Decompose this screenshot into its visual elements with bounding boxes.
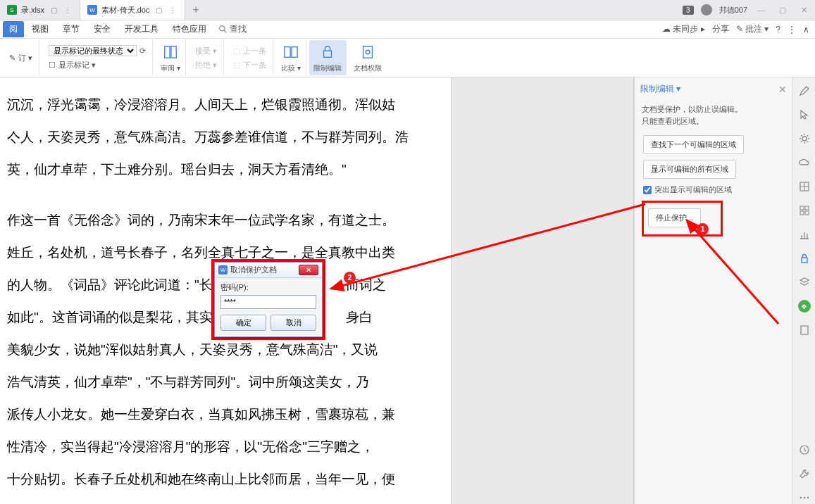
comment-button[interactable]: ✎ 批注 ▾ <box>736 23 769 35</box>
ok-button[interactable]: 确定 <box>220 315 266 331</box>
panel-title: 限制编辑 ▾ <box>640 83 680 95</box>
help-icon[interactable]: ? <box>776 25 780 34</box>
find-next-editable-button[interactable]: 查找下一个可编辑的区域 <box>643 135 744 154</box>
highlight-editable-checkbox[interactable]: 突出显示可编辑的区域 <box>640 184 787 195</box>
lock-icon[interactable] <box>798 252 811 265</box>
more-dots-icon[interactable] <box>798 491 811 504</box>
gray-gutter <box>451 77 634 504</box>
dialog-close-button[interactable]: ✕ <box>299 265 318 275</box>
cancel-button[interactable]: 取消 <box>270 315 316 331</box>
green-badge-icon[interactable]: ❖ <box>798 300 811 313</box>
close-icon[interactable]: ✕ <box>797 4 811 15</box>
stop-protect-highlight-box: 停止保护... <box>642 201 723 237</box>
doc-line: 美貌少女，说她"浑似姑射真人，天姿灵秀，意气殊高洁"，又说 <box>7 336 444 363</box>
menu-view[interactable]: 视图 <box>25 21 55 37</box>
doc-line: 浩气清英，仙才卓荦"，"不与群芳同列"。词中所颂这美女，乃 <box>7 369 444 396</box>
menu-search[interactable]: 查找 <box>218 23 247 35</box>
menu-right: ☁ 未同步 ▸ 分享 ✎ 批注 ▾ ? ⋮ ∧ <box>662 23 809 35</box>
xlsx-icon: S <box>7 5 17 15</box>
reject-button[interactable]: 拒绝 ▾ <box>192 59 220 71</box>
tab-xlsx[interactable]: S 录.xlsx ▢ ⋮ <box>0 0 80 20</box>
menu-chapter[interactable]: 章节 <box>56 21 86 37</box>
stop-protect-button[interactable]: 停止保护... <box>648 208 701 227</box>
share-button[interactable]: 分享 <box>712 23 729 35</box>
avatar[interactable] <box>701 4 712 15</box>
svg-point-9 <box>802 137 807 141</box>
tab-dup-icon[interactable]: ▢ <box>49 5 58 15</box>
show-markup-button[interactable]: ☐ 显示标记 ▾ <box>46 59 149 71</box>
svg-point-22 <box>807 497 809 499</box>
doc-line: 十分贴切。长春子丘处机和她在终南山上比邻而居，当年一见，便 <box>7 466 444 493</box>
review-button-label[interactable]: 审阅 ▾ <box>161 63 180 73</box>
menu-devtools[interactable]: 开发工具 <box>118 21 165 37</box>
svg-line-1 <box>224 30 226 32</box>
tab-close-icon[interactable]: ⋮ <box>168 5 178 15</box>
grid-icon[interactable] <box>798 180 811 193</box>
svg-rect-3 <box>171 46 176 58</box>
menu-bar: 阅 视图 章节 安全 开发工具 特色应用 查找 ☁ 未同步 ▸ 分享 ✎ 批注 … <box>0 20 815 39</box>
new-tab-button[interactable]: + <box>185 4 206 16</box>
chart-icon[interactable] <box>798 228 811 241</box>
svg-point-21 <box>803 497 805 499</box>
menu-safety[interactable]: 安全 <box>87 21 117 37</box>
compare-label[interactable]: 比较 ▾ <box>281 63 301 73</box>
markup-state-select[interactable]: 显示标记的最终状态 ⟳ <box>46 44 149 57</box>
dialog-titlebar[interactable]: W 取消保护文档 ✕ <box>215 263 322 278</box>
review-pane-icon[interactable] <box>160 42 181 62</box>
revise-button[interactable]: ✎订 ▾ <box>6 52 35 64</box>
svg-point-0 <box>220 26 225 31</box>
compare-icon[interactable] <box>280 42 301 62</box>
doc-perm-label[interactable]: 文档权限 <box>354 63 382 73</box>
svg-rect-16 <box>805 211 809 215</box>
accept-button[interactable]: 接受 ▾ <box>192 45 220 57</box>
cursor-icon[interactable] <box>798 108 811 121</box>
annotation-callout-2: 2 <box>344 272 356 284</box>
restrict-edit-panel: 限制编辑 ▾ ✕ 文档受保护，以防止误编辑。 只能查看此区域。 查找下一个可编辑… <box>634 77 792 504</box>
panel-close-icon[interactable]: ✕ <box>778 84 787 95</box>
pencil-icon[interactable] <box>798 84 811 97</box>
notification-badge[interactable]: 3 <box>683 6 694 15</box>
highlight-checkbox-input[interactable] <box>643 186 652 194</box>
apps-icon[interactable] <box>798 204 811 217</box>
sync-button[interactable]: ☁ 未同步 ▸ <box>662 23 705 35</box>
annotation-callout-1: 1 <box>697 223 709 235</box>
doc-line: 这首词来。 <box>7 498 444 504</box>
dialog-button-row: 确定 取消 <box>220 315 316 331</box>
ribbon-group-review: 审阅 ▾ <box>156 40 186 75</box>
ribbon-group-revise: ✎订 ▾ <box>3 40 39 75</box>
doc-line: 沉沉，浮光霭霭，冷浸溶溶月。人间天上，烂银霞照通彻。浑似姑 <box>7 92 444 118</box>
tab-dup-icon[interactable]: ▢ <box>154 5 163 15</box>
cloud-icon[interactable] <box>798 156 811 169</box>
tool-icon[interactable] <box>798 467 811 480</box>
prev-change-button[interactable]: ⬚ 上一条 <box>230 45 269 57</box>
doc-line: 亽人，天姿灵秀，意气殊高洁。万蕊参差谁信道，不与群芳同列。浩 <box>7 124 444 151</box>
doc-line: 派传人小龙女。她一生爱穿白衣，当真如风拂玉树，雪裹琼苞，兼 <box>7 401 444 428</box>
ribbon-group-nav: ⬚ 上一条 ⬚ 下一条 <box>227 40 273 75</box>
tab-doc[interactable]: W 素材-倚天.doc ▢ ⋮ <box>80 0 185 20</box>
clock-icon[interactable] <box>798 443 811 456</box>
maximize-icon[interactable]: ▢ <box>776 4 790 15</box>
password-dialog-wrapper: W 取消保护文档 ✕ 密码(P): 确定 取消 <box>211 259 325 340</box>
page-icon[interactable] <box>798 324 811 336</box>
layers-icon[interactable] <box>798 276 811 289</box>
tab-close-icon[interactable]: ⋮ <box>63 5 73 15</box>
more-icon[interactable]: ⋮ <box>788 25 796 34</box>
menu-special[interactable]: 特色应用 <box>166 21 213 37</box>
next-change-button[interactable]: ⬚ 下一条 <box>230 59 269 71</box>
svg-rect-15 <box>800 211 804 215</box>
ribbon-group-markup: 显示标记的最终状态 ⟳ ☐ 显示标记 ▾ <box>42 40 153 75</box>
search-icon <box>218 25 228 34</box>
dialog-body: 密码(P): 确定 取消 <box>215 278 322 336</box>
doc-perm-icon[interactable] <box>357 42 378 62</box>
user-label: 邦德007 <box>719 5 747 15</box>
ribbon: ✎订 ▾ 显示标记的最终状态 ⟳ ☐ 显示标记 ▾ 审阅 ▾ 接受 ▾ 拒绝 ▾… <box>0 39 815 77</box>
ribbon-group-restrict[interactable]: 限制编辑 <box>309 40 347 75</box>
password-input[interactable] <box>220 295 316 309</box>
gear-icon[interactable] <box>798 132 811 145</box>
minimize-icon[interactable]: — <box>754 4 769 15</box>
doc-line: 性清冷，实当得起"冷浸溶溶月"的形容，以"无俗念"三字赠之， <box>7 434 444 460</box>
show-all-editable-button[interactable]: 显示可编辑的所有区域 <box>643 160 736 179</box>
tab-doc-label: 素材-倚天.doc <box>101 5 149 15</box>
menu-review[interactable]: 阅 <box>3 21 24 37</box>
collapse-ribbon-icon[interactable]: ∧ <box>803 25 809 34</box>
